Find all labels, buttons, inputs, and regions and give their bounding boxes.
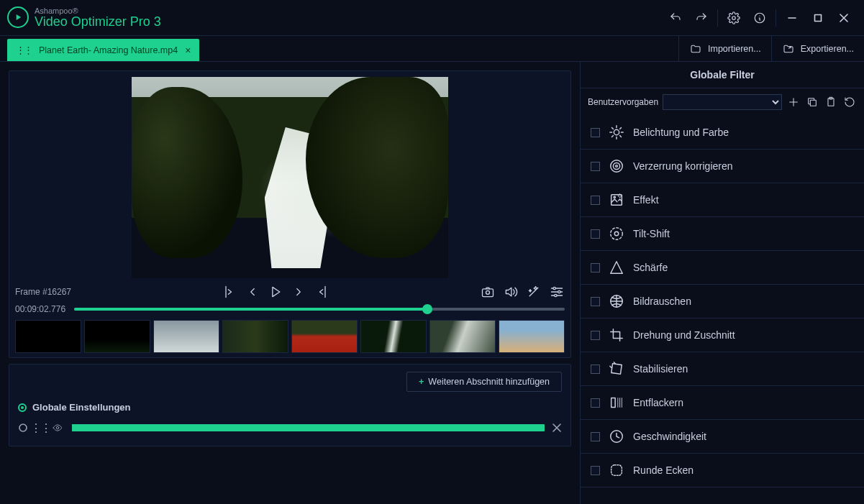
- svg-point-19: [611, 228, 623, 240]
- redo-button[interactable]: [688, 0, 714, 36]
- filter-icon: [609, 361, 624, 377]
- filter-item[interactable]: Bildrauschen: [581, 285, 864, 319]
- svg-point-16: [616, 165, 618, 168]
- minimize-button[interactable]: [779, 0, 805, 36]
- track-drag-icon[interactable]: ⋮⋮: [35, 423, 45, 433]
- undo-button[interactable]: [663, 0, 688, 36]
- sections-panel: + Weiteren Abschnitt hinzufügen Globale …: [9, 364, 571, 446]
- svg-point-18: [614, 196, 615, 198]
- preset-copy-button[interactable]: [805, 95, 819, 109]
- audio-button[interactable]: [503, 284, 519, 300]
- mark-in-button[interactable]: [222, 284, 237, 300]
- svg-rect-26: [611, 465, 622, 476]
- filter-label: Tilt-Shift: [633, 228, 670, 239]
- tab-label: Planet Earth- Amazing Nature.mp4: [39, 45, 178, 55]
- filter-checkbox[interactable]: [591, 466, 600, 475]
- file-tab[interactable]: ⋮⋮ Planet Earth- Amazing Nature.mp4 ×: [7, 39, 199, 61]
- filter-item[interactable]: Verzerrung korrigieren: [581, 150, 864, 183]
- filter-checkbox[interactable]: [591, 432, 600, 441]
- import-button[interactable]: Importieren...: [678, 36, 771, 61]
- presets-label: Benutzervorgaben: [588, 97, 658, 107]
- svg-rect-10: [810, 100, 816, 106]
- preset-add-button[interactable]: [786, 95, 801, 109]
- thumbnail[interactable]: [499, 320, 565, 353]
- thumbnail[interactable]: [360, 320, 427, 353]
- preview-panel: Frame #16267 00:09:02.776: [9, 70, 571, 358]
- magic-button[interactable]: [526, 284, 542, 300]
- filter-icon: [609, 192, 624, 208]
- preset-reset-button[interactable]: [842, 95, 857, 109]
- svg-rect-22: [613, 331, 619, 338]
- video-preview[interactable]: [132, 77, 448, 278]
- snapshot-button[interactable]: [480, 284, 496, 300]
- thumbnail[interactable]: [153, 320, 219, 353]
- svg-rect-24: [611, 398, 616, 408]
- filter-item[interactable]: Effekt: [581, 183, 864, 217]
- svg-point-14: [611, 160, 623, 173]
- filter-checkbox[interactable]: [591, 196, 600, 205]
- filter-item[interactable]: Stabilisieren: [581, 352, 864, 386]
- prev-frame-button[interactable]: [245, 284, 260, 300]
- thumbnail[interactable]: [291, 320, 358, 353]
- filter-item[interactable]: Drehung und Zuschnitt: [581, 319, 864, 352]
- filter-checkbox[interactable]: [591, 331, 600, 340]
- presets-select[interactable]: [663, 94, 782, 110]
- filter-checkbox[interactable]: [591, 263, 600, 272]
- filter-label: Schärfe: [633, 262, 668, 273]
- thumbnail[interactable]: [222, 320, 288, 353]
- filter-checkbox[interactable]: [591, 398, 600, 408]
- svg-rect-23: [611, 364, 622, 374]
- radio-active-icon: [18, 403, 27, 412]
- filter-checkbox[interactable]: [591, 162, 600, 171]
- info-button[interactable]: [747, 0, 773, 36]
- track-bar[interactable]: [70, 424, 545, 431]
- timeline-slider[interactable]: [74, 308, 565, 311]
- mark-out-button[interactable]: [314, 284, 329, 300]
- tab-close-button[interactable]: ×: [185, 45, 191, 56]
- maximize-button[interactable]: [805, 0, 831, 36]
- tabbar: ⋮⋮ Planet Earth- Amazing Nature.mp4 × Im…: [0, 36, 864, 62]
- track-visibility-icon[interactable]: [53, 423, 63, 433]
- filter-icon: [609, 124, 624, 140]
- svg-rect-3: [483, 289, 494, 297]
- filter-item[interactable]: Belichtung und Farbe: [581, 116, 864, 150]
- filter-item[interactable]: Entflackern: [581, 386, 864, 420]
- track-delete-button[interactable]: [552, 423, 562, 433]
- thumbnail[interactable]: [429, 320, 496, 353]
- thumbnail[interactable]: [84, 320, 150, 353]
- svg-point-7: [555, 294, 557, 296]
- app-title: Video Optimizer Pro 3: [35, 15, 161, 29]
- export-button[interactable]: Exportieren...: [771, 36, 864, 61]
- folder-icon: [689, 43, 702, 55]
- filters-panel: Globale Filter Benutzervorgaben Belichtu…: [580, 62, 864, 504]
- titlebar: Ashampoo® Video Optimizer Pro 3: [0, 0, 864, 36]
- filter-item[interactable]: Tilt-Shift: [581, 217, 864, 251]
- settings-button[interactable]: [721, 0, 747, 36]
- brand-label: Ashampoo®: [35, 6, 161, 15]
- filter-item[interactable]: Schärfe: [581, 251, 864, 285]
- adjust-button[interactable]: [549, 284, 565, 300]
- export-icon: [782, 43, 795, 55]
- filter-label: Effekt: [633, 194, 659, 206]
- filter-item[interactable]: Geschwindigkeit: [581, 420, 864, 454]
- svg-point-4: [486, 290, 490, 294]
- filter-checkbox[interactable]: [591, 128, 600, 137]
- filter-checkbox[interactable]: [591, 229, 600, 239]
- track-radio[interactable]: [18, 423, 28, 433]
- preset-paste-button[interactable]: [824, 95, 838, 109]
- filter-label: Runde Ecken: [633, 464, 694, 476]
- filter-checkbox[interactable]: [591, 297, 600, 306]
- filter-icon: [609, 462, 624, 478]
- add-section-button[interactable]: + Weiteren Abschnitt hinzufügen: [406, 372, 562, 392]
- filter-icon: [609, 327, 624, 343]
- thumbnail[interactable]: [15, 320, 81, 353]
- filter-checkbox[interactable]: [591, 365, 600, 374]
- global-settings-heading[interactable]: Globale Einstellungen: [18, 402, 562, 413]
- next-frame-button[interactable]: [291, 284, 306, 300]
- svg-point-13: [614, 129, 619, 134]
- play-button[interactable]: [268, 284, 283, 300]
- close-button[interactable]: [831, 0, 857, 36]
- svg-point-6: [558, 290, 560, 293]
- filter-item[interactable]: Runde Ecken: [581, 454, 864, 487]
- filter-label: Belichtung und Farbe: [633, 127, 729, 138]
